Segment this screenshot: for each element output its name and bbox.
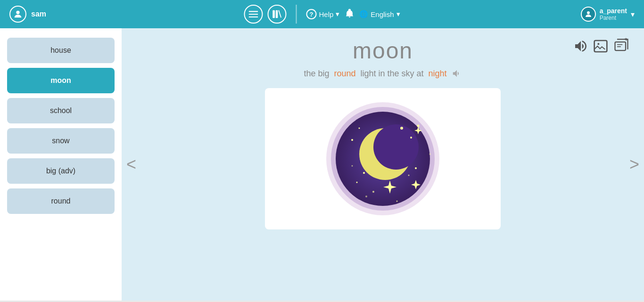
content-icons: [573, 38, 630, 55]
definition-night: night: [429, 69, 447, 79]
svg-point-24: [415, 167, 417, 169]
svg-point-30: [408, 175, 410, 176]
account-name: a_parent: [600, 7, 627, 15]
svg-rect-3: [248, 16, 258, 17]
svg-point-23: [356, 182, 358, 183]
header-divider: [296, 5, 297, 24]
svg-rect-7: [594, 41, 607, 52]
help-label: Help: [319, 10, 333, 18]
svg-point-31: [352, 165, 353, 167]
svg-rect-4: [272, 10, 275, 18]
svg-rect-5: [276, 10, 278, 18]
account-chevron-icon: ▾: [631, 10, 635, 19]
notification-button[interactable]: [344, 8, 355, 21]
word-image: [265, 88, 501, 229]
audio-button[interactable]: [573, 39, 588, 54]
header-center: ? Help ▾ 🌐 English ▾: [244, 5, 400, 24]
account-role: Parent: [600, 15, 627, 21]
svg-point-17: [400, 127, 403, 130]
definition-round: round: [334, 69, 355, 79]
svg-rect-9: [615, 42, 626, 50]
svg-point-29: [396, 201, 398, 202]
globe-icon: 🌐: [359, 10, 368, 18]
svg-point-6: [587, 11, 590, 14]
header-right: a_parent Parent ▾: [581, 7, 635, 22]
word-item-school[interactable]: school: [7, 98, 115, 123]
lang-chevron-icon: ▾: [396, 10, 400, 18]
svg-point-32: [429, 154, 431, 155]
definition: the big round light in the sky at night: [304, 68, 462, 79]
account-button[interactable]: a_parent Parent ▾: [581, 7, 635, 22]
library-button[interactable]: [267, 5, 286, 24]
account-avatar: [581, 7, 596, 22]
definition-audio-button[interactable]: [452, 68, 462, 79]
user-avatar-icon: [9, 6, 26, 23]
user-name: sam: [31, 10, 46, 18]
moon-illustration: [317, 93, 449, 225]
definition-prefix: the big: [304, 69, 329, 79]
svg-point-22: [363, 172, 365, 174]
help-question-icon: ?: [306, 9, 316, 19]
word-item-moon[interactable]: moon: [7, 68, 115, 93]
svg-point-0: [16, 11, 19, 14]
svg-point-28: [372, 191, 374, 193]
help-chevron-icon: ▾: [336, 10, 339, 18]
content-header: moon: [136, 38, 630, 64]
svg-point-16: [373, 124, 419, 170]
flashcard-button[interactable]: [613, 38, 630, 55]
svg-point-21: [359, 128, 360, 129]
content-area: < > moon: [122, 28, 644, 301]
definition-middle: light in the sky at: [360, 69, 423, 79]
svg-point-33: [365, 196, 367, 197]
word-title: moon: [353, 38, 413, 64]
svg-rect-2: [248, 14, 258, 15]
svg-point-18: [410, 137, 412, 139]
menu-button[interactable]: [244, 5, 263, 24]
header-left: sam: [9, 6, 46, 23]
svg-point-19: [417, 125, 420, 127]
svg-rect-1: [248, 11, 258, 12]
header: sam ? Help ▾ �: [0, 0, 644, 28]
svg-point-8: [597, 43, 599, 45]
image-button[interactable]: [593, 39, 608, 54]
word-item-big[interactable]: big (adv): [7, 158, 115, 184]
svg-point-20: [351, 139, 353, 141]
language-label: English: [371, 10, 394, 18]
main-content: house moon school snow big (adv) round <…: [0, 28, 644, 301]
language-button[interactable]: 🌐 English ▾: [359, 10, 400, 18]
prev-button[interactable]: <: [126, 155, 136, 174]
word-item-snow[interactable]: snow: [7, 128, 115, 154]
next-button[interactable]: >: [629, 155, 639, 174]
account-info: a_parent Parent: [600, 7, 627, 21]
word-item-house[interactable]: house: [7, 38, 115, 63]
word-item-round[interactable]: round: [7, 188, 115, 214]
sidebar: house moon school snow big (adv) round: [0, 28, 122, 301]
help-button[interactable]: ? Help ▾: [306, 9, 339, 19]
